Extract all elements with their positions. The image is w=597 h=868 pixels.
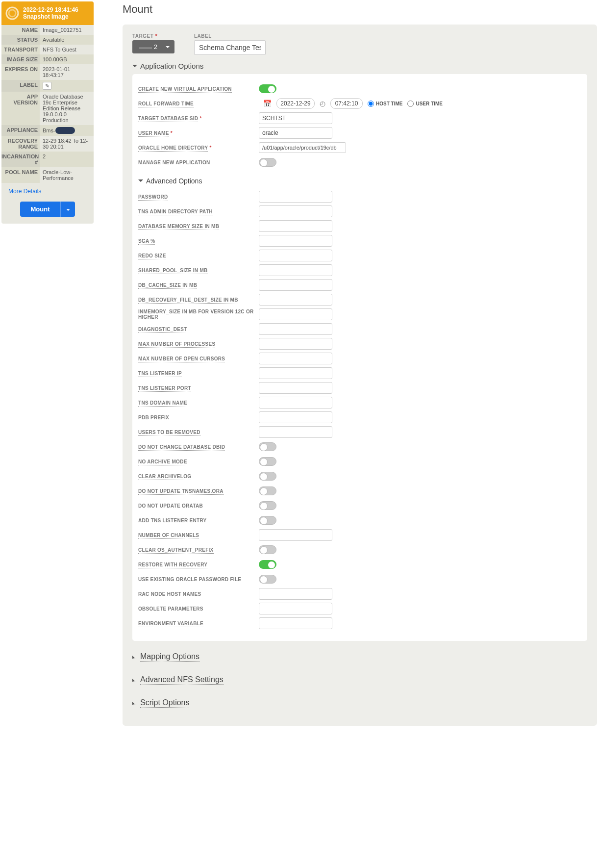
sidebar-row-key: IMAGE SIZE [1, 54, 40, 64]
field-row: MAX NUMBER OF PROCESSES [138, 337, 581, 351]
shared_pool-input[interactable] [259, 264, 332, 276]
snapshot-icon [5, 6, 19, 20]
nchan-input[interactable] [259, 529, 332, 541]
field-row: USERS TO BE REMOVED [138, 425, 581, 439]
pwd-input[interactable] [259, 191, 332, 203]
ohome-input[interactable] [259, 142, 346, 153]
sidebar-row: POOL NAMEOracle-Low-Performance [1, 167, 94, 183]
sidebar-row-key: NAME [1, 25, 40, 35]
field-label: DO NOT UPDATE ORATAB [138, 503, 254, 509]
rollfwd-label: ROLL FORWARD TIME [138, 101, 194, 107]
obs-input[interactable] [259, 603, 332, 614]
field-row: TNS LISTENER PORT [138, 381, 581, 395]
field-row: DB_CACHE_SIZE IN MB [138, 278, 581, 292]
field-label: NO ARCHIVE MODE [138, 459, 254, 464]
dbmem-input[interactable] [259, 220, 332, 232]
noarch-toggle[interactable] [259, 457, 276, 466]
field-row: REDO SIZE [138, 249, 581, 262]
tnsip-input[interactable] [259, 367, 332, 379]
env-input[interactable] [259, 617, 332, 629]
date-input[interactable] [276, 98, 315, 109]
collapsed-section[interactable]: Mapping Options [132, 650, 587, 664]
field-label: USE EXISTING ORACLE PASSWORD FILE [138, 577, 254, 582]
mount-dropdown-button[interactable] [60, 202, 75, 217]
pdb-input[interactable] [259, 411, 332, 423]
field-row: DB_RECOVERY_FILE_DEST_SIZE IN MB [138, 293, 581, 306]
sidebar-row-value: Image_0012751 [40, 25, 94, 35]
addtns-toggle[interactable] [259, 516, 276, 525]
field-label: SHARED_POOL_SIZE IN MB [138, 268, 254, 273]
inmem-input[interactable] [259, 308, 332, 320]
sidebar-header: 2022-12-29 18:41:46 Snapshot Image [1, 1, 94, 25]
field-label: NUMBER OF CHANNELS [138, 533, 254, 538]
tns_admin-input[interactable] [259, 205, 332, 217]
mount-button[interactable]: Mount [20, 202, 61, 217]
application-options-header[interactable]: Application Options [132, 62, 587, 70]
user-time-radio[interactable]: USER TIME [407, 101, 442, 107]
nodbid-toggle[interactable] [259, 442, 276, 451]
notns-toggle[interactable] [259, 486, 276, 495]
sid-label: TARGET DATABASE SID [138, 116, 198, 122]
target-label: TARGET * [132, 33, 174, 39]
host-time-radio[interactable]: HOST TIME [368, 101, 402, 107]
cleararch-toggle[interactable] [259, 472, 276, 481]
field-label: PASSWORD [138, 194, 254, 200]
field-label: ENVIRONMENT VARIABLE [138, 621, 254, 626]
field-label: DO NOT CHANGE DATABASE DBID [138, 444, 254, 450]
rac-input[interactable] [259, 588, 332, 600]
field-row: ENVIRONMENT VARIABLE [138, 616, 581, 630]
sidebar-row: IMAGE SIZE100.00GB [1, 54, 94, 64]
field-label: CLEAR ARCHIVELOG [138, 474, 254, 479]
usepwd-toggle[interactable] [259, 575, 276, 584]
field-label: INMEMORY_SIZE IN MB FOR VERSION 12C OR H… [138, 309, 254, 320]
snapshot-timestamp: 2022-12-29 18:41:46 [23, 6, 78, 13]
maxproc-input[interactable] [259, 338, 332, 350]
sidebar: 2022-12-29 18:41:46 Snapshot Image NAMEI… [1, 1, 94, 224]
field-row: PASSWORD [138, 190, 581, 204]
label-input[interactable] [194, 40, 266, 55]
advanced-options-header[interactable]: Advanced Options [138, 177, 581, 185]
field-row: CLEAR OS_AUTHENT_PREFIX [138, 543, 581, 557]
edit-label-button[interactable]: ✎ [43, 82, 51, 90]
label-label: LABEL [194, 33, 266, 39]
sidebar-row-key: POOL NAME [1, 167, 40, 183]
field-row: DATABASE MEMORY SIZE IN MB [138, 219, 581, 233]
sidebar-row: INCARNATION #2 [1, 152, 94, 167]
dbcache-input[interactable] [259, 279, 332, 291]
tnsdom-input[interactable] [259, 397, 332, 408]
field-label: TNS LISTENER IP [138, 371, 254, 376]
sidebar-row: STATUSAvailable [1, 35, 94, 45]
field-label: DATABASE MEMORY SIZE IN MB [138, 224, 254, 229]
field-row: TNS DOMAIN NAME [138, 396, 581, 409]
sga-input[interactable] [259, 235, 332, 247]
redo-input[interactable] [259, 250, 332, 261]
restore-toggle[interactable] [259, 560, 276, 569]
sidebar-row: NAMEImage_0012751 [1, 25, 94, 35]
collapsed-section[interactable]: Advanced NFS Settings [132, 673, 587, 687]
user-input[interactable] [259, 127, 332, 139]
maxcur-input[interactable] [259, 353, 332, 364]
users_rm-input[interactable] [259, 426, 332, 438]
dbrec-input[interactable] [259, 294, 332, 306]
collapsed-section[interactable]: Script Options [132, 696, 587, 710]
appliance-redacted [55, 127, 75, 134]
target-select[interactable]: ▬▬ 2 [132, 40, 174, 53]
sidebar-row-key: INCARNATION # [1, 152, 40, 167]
sidebar-row-key: APP VERSION [1, 92, 40, 125]
time-input[interactable] [330, 98, 363, 109]
clock-icon: ◴ [320, 100, 325, 107]
create-vapp-toggle[interactable] [259, 84, 276, 93]
sidebar-row-value: 2 [40, 152, 94, 167]
sidebar-row-key: LABEL [1, 80, 40, 92]
diag-input[interactable] [259, 323, 332, 335]
sidebar-row-key: STATUS [1, 35, 40, 45]
manage-toggle[interactable] [259, 158, 276, 167]
field-label: MAX NUMBER OF PROCESSES [138, 341, 254, 347]
field-row: INMEMORY_SIZE IN MB FOR VERSION 12C OR H… [138, 307, 581, 321]
nooratab-toggle[interactable] [259, 501, 276, 510]
sid-input[interactable] [259, 112, 332, 124]
tnsport-input[interactable] [259, 382, 332, 394]
clearos-toggle[interactable] [259, 545, 276, 554]
more-details-link[interactable]: More Details [1, 183, 94, 200]
field-label: PDB PREFIX [138, 415, 254, 420]
